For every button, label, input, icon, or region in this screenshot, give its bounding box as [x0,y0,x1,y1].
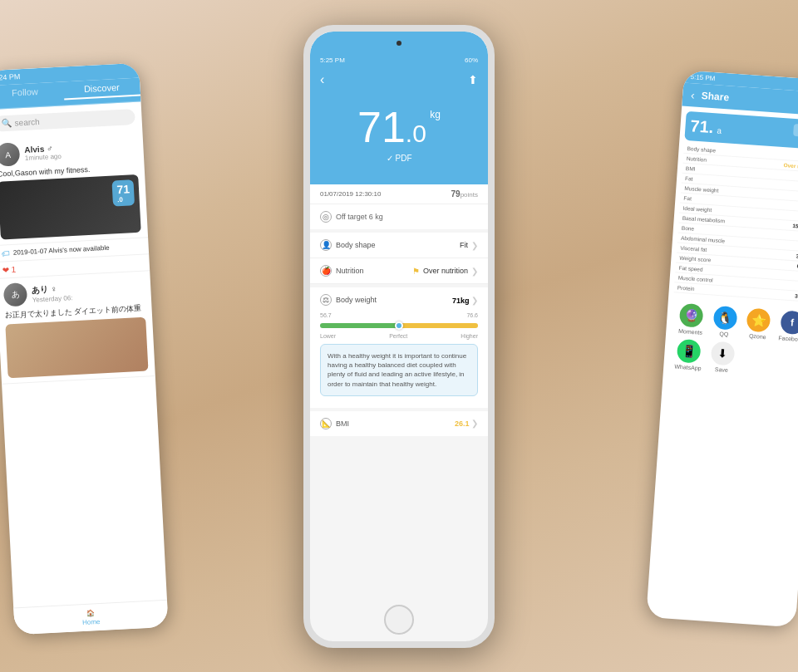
save-label: Save [715,366,728,373]
whatsapp-label: WhatsApp [674,364,702,371]
tab-follow[interactable]: Follow [0,81,64,104]
report-weight-value: 71. [690,116,714,136]
facebook-label: Facebook [778,335,798,342]
user-details-2: あり ♀ Yesterday 06: [32,282,73,304]
share-whatsapp[interactable]: 📱 WhatsApp [673,339,704,371]
weight-decimal: .0 [406,120,426,147]
share-facebook[interactable]: f Facebook [776,310,798,342]
qq-icon: 🐧 [712,306,737,331]
nutrition-value: ⚑ Over nutrition ❯ [412,267,478,276]
search-placeholder: search [14,117,40,128]
pdf-label: PDF [396,154,412,163]
user-post-2: あ あり ♀ Yesterday 06: お正月で太りました ダイエット前の体重 [0,271,155,385]
qzone-label: Qzone [749,333,766,340]
share-save[interactable]: ⬇ Save [707,341,737,373]
slider-labels: Lower Perfect Higher [320,333,478,339]
slider-yellow [399,323,478,328]
facebook-icon: f [780,310,798,335]
description-box: With a healthy weight it is important to… [320,344,478,396]
share-qq[interactable]: 🐧 QQ [709,306,740,338]
date-row: 01/07/2019 12:30:10 79points [310,184,488,204]
user-info-2: あ あり ♀ Yesterday 06: [3,277,145,307]
bmi-card[interactable]: 📐 BMI 26.1 ❯ [310,411,488,436]
slider-thumb[interactable] [395,321,403,330]
body-weight-label: ⚖ Body weight [320,294,377,306]
weight-unit: kg [430,109,441,120]
qq-label: QQ [719,331,728,337]
back-button[interactable]: ‹ [320,72,324,87]
phone-center: 5:25 PM 60% ‹ ⬆ 71.0 kg ✓ PDF [303,25,495,648]
like-count: 1 [11,265,16,274]
bmi-value-row: 26.1 ❯ [455,419,478,428]
slider-track [320,323,478,328]
nutrition-label: 🍎 Nutrition [320,265,364,277]
header-nav: ‹ ⬆ [320,72,478,87]
tag-icon: 🏷 [2,248,11,258]
weight-display: 71.0 kg ✓ PDF [320,94,478,171]
slider-green [320,323,399,328]
body-shape-label: 👤 Body shape [320,239,376,251]
pdf-badge: ✓ PDF [320,154,478,163]
points-display: 79points [451,189,478,199]
tab-discover[interactable]: Discover [63,78,141,101]
right-title: Share [701,90,729,103]
scale-icon: ⚖ [320,294,332,306]
moments-icon: 🔮 [679,303,704,328]
body-icon: 👤 [320,239,332,251]
search-icon: 🔍 [1,119,12,129]
off-target-label: ◎ Off target 6 kg [320,211,383,223]
share-section: 🔮 Moments 🐧 QQ ⭐ Qzone f Facebook 📱 [668,297,798,383]
user-info: A Alvis ♂ 1minute ago [0,136,137,167]
nutrition-row[interactable]: 🍎 Nutrition ⚑ Over nutrition ❯ [310,258,488,284]
heart-icon: ❤ [2,265,10,274]
user-details: Alvis ♂ 1minute ago [24,144,62,162]
body-weight-card: ⚖ Body weight 71kg ❯ 56.7 76.6 [310,287,488,408]
report-weight-sub: a [717,125,722,135]
weight-number: 71.0 kg [320,102,478,152]
body-weight-header: ⚖ Body weight 71kg ❯ [320,294,478,306]
share-qzone[interactable]: ⭐ Qzone [743,307,774,340]
notch-area [310,32,488,55]
center-battery: 60% [465,56,478,64]
report-weight: 71. a [690,116,722,138]
camera-dot [397,41,401,46]
save-icon: ⬇ [710,341,735,366]
tag-text: 2019-01-07 Alvis's now available [13,244,110,257]
chevron-icon: ❯ [471,241,478,250]
bmi-icon: 📐 [320,418,332,429]
home-button[interactable] [384,605,414,635]
post-image: 71 .0 [0,174,141,240]
center-time: 5:25 PM [320,56,345,64]
right-content: 71. a 70 kg Body shape Fit Nutrition Ove… [663,105,798,389]
right-back-btn[interactable]: ‹ [691,88,696,101]
center-header: ‹ ⬆ 71.0 kg ✓ PDF [310,66,488,184]
chevron-icon-2: ❯ [471,267,478,276]
center-status-bar: 5:25 PM 60% [310,55,488,66]
share-button[interactable]: ⬆ [468,73,478,86]
body-shape-value: Fit ❯ [460,241,478,250]
slider-values: 56.7 76.6 [320,312,478,318]
target-icon: ◎ [320,211,332,223]
flag-icon: ⚑ [412,267,420,276]
phone-inner: 5:25 PM 60% ‹ ⬆ 71.0 kg ✓ PDF [310,32,488,641]
share-moments[interactable]: 🔮 Moments [676,303,707,336]
nav-home[interactable]: 🏠 Home [81,609,100,626]
weight-integer: 71 [357,103,406,151]
data-table: Body shape Fit Nutrition Over nutrition … [674,144,798,302]
bmi-label: 📐 BMI [320,418,349,429]
body-weight-value: 71kg ❯ [452,296,478,305]
report-sub-card: 70 kg [793,124,798,138]
timestamp-2: Yesterday 06: [32,294,73,304]
center-content: 01/07/2019 12:30:10 79points ◎ Off targe… [310,184,488,436]
checkmark-icon: ✓ [387,154,393,163]
off-target-row: ◎ Off target 6 kg [310,204,488,229]
post-image-2 [5,317,148,379]
moments-label: Moments [678,328,702,336]
bmi-chevron: ❯ [471,419,478,428]
user-post-alvis: A Alvis ♂ 1minute ago Cool,Gason with my… [0,131,148,247]
timestamp: 1minute ago [25,153,62,162]
left-search[interactable]: 🔍 search [0,109,135,132]
nutrition-icon: 🍎 [320,265,332,277]
avatar-2: あ [3,282,27,307]
body-shape-row[interactable]: 👤 Body shape Fit ❯ [310,233,488,258]
